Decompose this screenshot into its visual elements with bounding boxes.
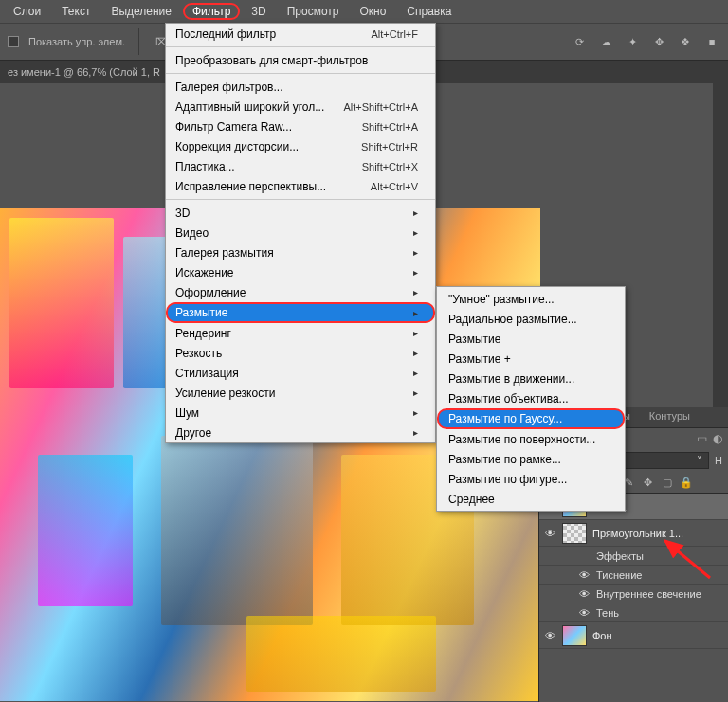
- menu-текст[interactable]: Текст: [52, 3, 100, 20]
- submenu-item[interactable]: "Умное" размытие...: [437, 289, 625, 309]
- menu-справка[interactable]: Справка: [397, 3, 461, 20]
- lock-all-icon[interactable]: 🔒: [680, 477, 693, 489]
- document-tab-title: ез имени-1 @ 66,7% (Слой 1, R: [8, 66, 160, 78]
- layer-name: Внутреннее свечение: [596, 588, 724, 600]
- menu-item-label: Видео: [175, 226, 408, 240]
- visibility-icon[interactable]: 👁: [577, 607, 591, 619]
- toolbar-icon[interactable]: ☁: [597, 33, 614, 50]
- menu-item[interactable]: Исправление перспективы...Alt+Ctrl+V: [166, 176, 435, 196]
- menu-item[interactable]: Видео: [166, 223, 435, 243]
- submenu-item[interactable]: Размытие по рамке...: [437, 449, 625, 469]
- toolbar-icon[interactable]: ■: [703, 33, 720, 50]
- menu-item-label: 3D: [175, 207, 408, 220]
- billboard: [9, 218, 114, 388]
- lock-move-icon[interactable]: ✥: [642, 477, 655, 489]
- menu-item[interactable]: Рендеринг: [166, 323, 435, 343]
- submenu-item[interactable]: Размытие по Гауссу...: [437, 408, 625, 429]
- layer-row[interactable]: 👁Тень: [539, 603, 728, 622]
- menu-item-label: Размытие: [175, 306, 408, 319]
- menu-item[interactable]: Резкость: [166, 343, 435, 363]
- submenu-item[interactable]: Размытие в движении...: [437, 369, 625, 388]
- show-controls-checkbox[interactable]: [8, 36, 19, 47]
- layer-name: Тиснение: [596, 569, 724, 581]
- menu-item-shortcut: Shift+Ctrl+A: [362, 121, 418, 133]
- layer-thumbnail: [562, 625, 587, 646]
- layer-row[interactable]: 👁Тиснение: [539, 566, 728, 585]
- menubar: СлоиТекстВыделениеФильтр3DПросмотрОкноСп…: [0, 0, 728, 23]
- menu-item[interactable]: Усиление резкости: [166, 383, 435, 403]
- show-controls-label: Показать упр. элем.: [28, 36, 125, 47]
- layer-row[interactable]: 👁Фон: [539, 622, 728, 649]
- menu-item[interactable]: Оформление: [166, 282, 435, 302]
- lock-artboard-icon[interactable]: ▢: [661, 477, 674, 489]
- menu-item-label: Преобразовать для смарт-фильтров: [175, 54, 418, 67]
- menu-item[interactable]: Галерея размытия: [166, 243, 435, 262]
- submenu-item[interactable]: Среднее: [437, 489, 625, 509]
- chevron-down-icon: ˅: [697, 455, 702, 467]
- menu-item-shortcut: Alt+Ctrl+F: [371, 28, 418, 40]
- layer-thumbnail: [562, 523, 587, 544]
- menu-item[interactable]: Последний фильтрAlt+Ctrl+F: [166, 24, 435, 44]
- toolbar-icon[interactable]: ⟳: [571, 33, 588, 50]
- panel-icon[interactable]: ▭: [697, 432, 707, 445]
- visibility-icon[interactable]: 👁: [543, 630, 556, 641]
- visibility-icon[interactable]: 👁: [577, 588, 591, 600]
- menu-item-shortcut: Alt+Ctrl+V: [371, 181, 418, 192]
- submenu-item[interactable]: Размытие по фигуре...: [437, 469, 625, 489]
- filter-menu: Последний фильтрAlt+Ctrl+FПреобразовать …: [165, 23, 436, 443]
- menu-item[interactable]: Пластика...Shift+Ctrl+X: [166, 156, 435, 176]
- panel-tab[interactable]: Контуры: [640, 407, 700, 427]
- submenu-item[interactable]: Радиальное размытие...: [437, 309, 625, 329]
- submenu-item[interactable]: Размытие объектива...: [437, 388, 625, 408]
- menu-item-label: Рендеринг: [175, 327, 408, 340]
- menu-фильтр[interactable]: Фильтр: [183, 3, 240, 20]
- menu-item-label: Оформление: [175, 286, 408, 299]
- menu-item[interactable]: Другое: [166, 423, 435, 442]
- layer-name: Тень: [596, 607, 724, 619]
- menu-окно[interactable]: Окно: [350, 3, 395, 20]
- menu-item[interactable]: Размытие: [166, 302, 435, 323]
- menu-item-shortcut: Shift+Ctrl+X: [362, 161, 418, 172]
- menu-item-label: Исправление перспективы...: [175, 180, 371, 193]
- menu-item[interactable]: Стилизация: [166, 363, 435, 383]
- submenu-item[interactable]: Размытие по поверхности...: [437, 429, 625, 449]
- panel-icon[interactable]: ◐: [713, 432, 722, 445]
- menu-item[interactable]: Коррекция дисторсии...Shift+Ctrl+R: [166, 136, 435, 156]
- menu-3d[interactable]: 3D: [242, 3, 275, 20]
- menu-item[interactable]: 3D: [166, 203, 435, 223]
- menu-выделение[interactable]: Выделение: [101, 3, 181, 20]
- submenu-item[interactable]: Размытие: [437, 329, 625, 349]
- menu-item-label: Фильтр Camera Raw...: [175, 120, 362, 134]
- blur-submenu: "Умное" размытие...Радиальное размытие..…: [436, 286, 626, 512]
- menu-item[interactable]: Шум: [166, 403, 435, 423]
- billboard: [38, 455, 133, 606]
- visibility-icon[interactable]: 👁: [543, 528, 556, 539]
- layer-list: 👁Слой 1👁Прямоугольник 1...Эффекты👁Тиснен…: [539, 493, 728, 702]
- toolbar-icon[interactable]: ❖: [677, 33, 694, 50]
- layer-row[interactable]: 👁Прямоугольник 1...: [539, 520, 728, 547]
- toolbar-icon[interactable]: ✦: [624, 33, 641, 50]
- menu-item-label: Искажение: [175, 266, 408, 279]
- menu-просмотр[interactable]: Просмотр: [278, 3, 349, 20]
- menu-item-label: Галерея фильтров...: [175, 81, 418, 94]
- menu-item[interactable]: Искажение: [166, 262, 435, 282]
- layer-row[interactable]: 👁Внутреннее свечение: [539, 585, 728, 603]
- dock-strip: [713, 66, 728, 407]
- menu-item-label: Шум: [175, 406, 408, 420]
- menu-item[interactable]: Адаптивный широкий угол...Alt+Shift+Ctrl…: [166, 97, 435, 117]
- layer-name: Фон: [592, 630, 724, 641]
- menu-слои[interactable]: Слои: [4, 3, 50, 20]
- menu-item-label: Адаптивный широкий угол...: [175, 100, 343, 114]
- layer-row[interactable]: Эффекты: [539, 547, 728, 566]
- toolbar-icon[interactable]: ✥: [650, 33, 667, 50]
- menu-item[interactable]: Фильтр Camera Raw...Shift+Ctrl+A: [166, 117, 435, 136]
- opacity-label: Н: [715, 455, 722, 466]
- submenu-item[interactable]: Размытие +: [437, 349, 625, 369]
- menu-item-label: Коррекция дисторсии...: [175, 140, 361, 153]
- menu-item[interactable]: Преобразовать для смарт-фильтров: [166, 50, 435, 70]
- menu-item-label: Усиление резкости: [175, 387, 408, 400]
- menu-item-shortcut: Alt+Shift+Ctrl+A: [343, 101, 418, 113]
- menu-item[interactable]: Галерея фильтров...: [166, 77, 435, 97]
- visibility-icon[interactable]: 👁: [577, 569, 591, 581]
- building: [161, 436, 313, 625]
